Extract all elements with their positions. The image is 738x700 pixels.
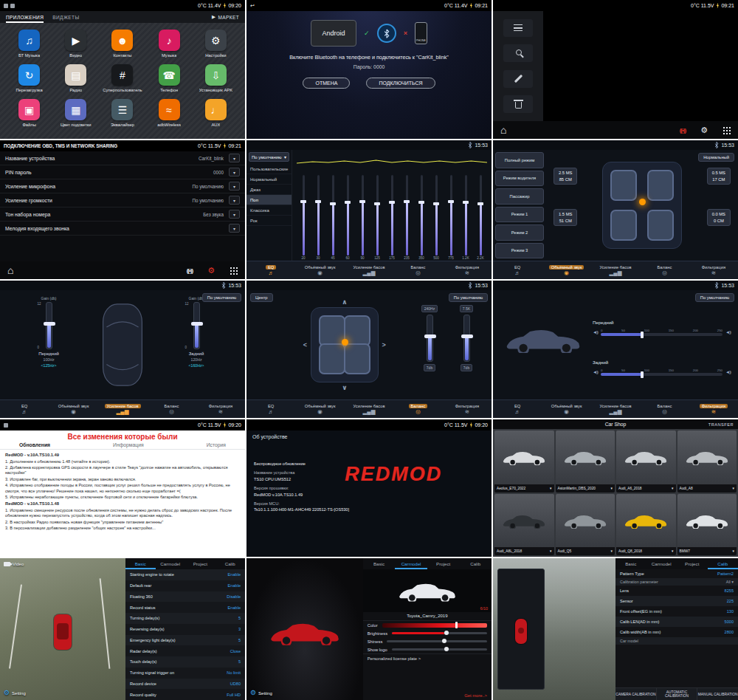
front-filter-slider[interactable] xyxy=(601,333,723,336)
tab-calib[interactable]: Calib xyxy=(708,558,738,569)
tab-bass[interactable]: Усиление басов▂▄▆ xyxy=(345,400,393,418)
center-button[interactable]: Центр xyxy=(250,293,273,302)
show-logo-toggle[interactable] xyxy=(392,648,487,651)
default-button[interactable]: По умолчанию xyxy=(202,293,241,302)
seat-front-right[interactable] xyxy=(647,170,674,201)
slider-knob[interactable] xyxy=(424,334,436,338)
setting-row[interactable]: Calib LEN(AD in mm)5000 xyxy=(615,617,738,627)
tab-filter[interactable]: Фильтрация≋ xyxy=(689,261,738,279)
seat-front-left[interactable] xyxy=(610,170,637,201)
setting-row-volume-gain[interactable]: Усиление громкостиПо умолчанию▾ xyxy=(0,193,245,207)
mode-1[interactable]: Режим 1 xyxy=(495,207,544,223)
cabin-diagram[interactable]: ∧ ∨ < > xyxy=(311,307,379,382)
home-button[interactable]: ⌂ xyxy=(500,125,506,135)
tab-project[interactable]: Project xyxy=(677,558,708,569)
tab-updates[interactable]: Обновления xyxy=(19,442,50,447)
dropdown-icon[interactable]: ▾ xyxy=(229,168,240,176)
eq-band-slider[interactable]: 500 xyxy=(430,175,443,260)
setting-row[interactable]: Radar delay(s)Close xyxy=(125,645,245,656)
tab-widgets[interactable]: ВИДЖЕТЫ xyxy=(52,11,79,23)
dropdown-icon[interactable]: ▾ xyxy=(229,154,240,162)
color-slider[interactable] xyxy=(382,623,487,628)
tab-filter[interactable]: Фильтрация≋ xyxy=(689,400,738,418)
preset-item[interactable]: Нормальный xyxy=(246,174,292,185)
eq-band-slider[interactable]: 30 xyxy=(311,175,325,260)
slider-knob[interactable] xyxy=(461,334,473,338)
setting-row[interactable]: Starting engine to rotateEnable xyxy=(125,569,245,580)
ota-label[interactable]: Беспроводное обновление xyxy=(254,461,349,467)
eq-band-slider[interactable]: 2.2K xyxy=(474,175,487,260)
preset-item[interactable]: Классика xyxy=(246,205,292,216)
slider-track[interactable] xyxy=(427,315,433,362)
app-radio[interactable]: ▤Радио xyxy=(52,64,99,92)
tab-filter[interactable]: Фильтрация≋ xyxy=(443,261,492,279)
tab-balance[interactable]: Баланс◎ xyxy=(640,261,689,279)
pattern-type-row[interactable]: Pattern TypePattern2 xyxy=(615,569,738,578)
eq-band-slider[interactable]: 175 xyxy=(385,175,399,260)
setting-row[interactable]: Record deviceUD80 xyxy=(125,679,245,690)
dropdown-icon[interactable]: ▾ xyxy=(229,210,240,219)
tab-project[interactable]: Project xyxy=(427,558,460,569)
front-freq-selected[interactable]: <125Hz> xyxy=(41,363,56,369)
seat-rear-right[interactable] xyxy=(647,210,674,241)
broadcast-icon[interactable]: ((•)) xyxy=(187,267,193,274)
tab-info[interactable]: Информация xyxy=(113,442,144,447)
preset-item-active[interactable]: Поп xyxy=(246,195,292,205)
home-button[interactable]: ⌂ xyxy=(7,265,13,275)
back-arrow-icon[interactable]: ↩ xyxy=(250,3,255,9)
tab-balance[interactable]: Баланс◎ xyxy=(640,400,689,418)
setting-button[interactable]: ⚙Setting xyxy=(4,690,26,696)
car-item[interactable]: Audi_Q8_2018▾ xyxy=(616,494,676,556)
setting-row[interactable]: Record statusEnable xyxy=(125,602,245,613)
color-row[interactable]: Color xyxy=(363,621,492,629)
license-plate-link[interactable]: Personalized license plate > xyxy=(363,653,492,663)
car-item[interactable]: Audi_Q5▾ xyxy=(556,494,615,556)
app-reboot[interactable]: ↻Перезагрузка xyxy=(6,64,52,92)
eq-band-slider[interactable]: 20 xyxy=(297,175,310,260)
tab-surround[interactable]: Объёмный звук◉ xyxy=(295,261,344,279)
market-button[interactable]: ▶МАРКЕТ xyxy=(212,14,239,20)
setting-row[interactable]: Lens8255 xyxy=(615,586,738,596)
manual-calibration-button[interactable]: MANUAL CALIBRATION xyxy=(697,688,738,700)
rear-filter-slider[interactable] xyxy=(601,373,723,376)
slider-knob[interactable] xyxy=(641,371,644,378)
brightness-row[interactable]: Brightness xyxy=(363,629,492,637)
seat-rear-left[interactable] xyxy=(319,343,345,374)
seat-rear-left[interactable] xyxy=(610,210,637,241)
setting-row[interactable]: Turning signal trigger onNo limit xyxy=(125,668,245,679)
setting-row[interactable]: Touch delay(s)5 xyxy=(125,656,245,668)
tab-surround[interactable]: Объёмный звук◉ xyxy=(49,400,97,418)
default-button[interactable]: По умолчанию xyxy=(449,293,488,302)
transfer-button[interactable]: TRANSFER xyxy=(708,422,734,427)
eq-band-slider[interactable]: 235 xyxy=(400,175,413,260)
tab-carmodel[interactable]: Carmodel xyxy=(395,558,427,569)
dropdown-icon[interactable]: ▾ xyxy=(229,224,240,233)
mode-full[interactable]: Полный режим xyxy=(495,152,544,168)
mode-passenger[interactable]: Пассажир xyxy=(495,188,544,205)
tab-bass[interactable]: Усиление басов▂▄▆ xyxy=(591,400,640,418)
tab-bass[interactable]: Усиление басов▂▄▆ xyxy=(345,261,393,279)
tab-eq[interactable]: EQ♬ xyxy=(0,400,49,418)
rear-freq[interactable]: 120Hz xyxy=(188,357,204,363)
tab-eq[interactable]: EQ♬ xyxy=(246,261,295,279)
slider-knob[interactable] xyxy=(641,332,644,338)
rear-gain-slider[interactable] xyxy=(193,302,200,349)
app-video[interactable]: ▶Видео xyxy=(52,30,99,58)
eq-band-slider[interactable]: 90 xyxy=(356,175,369,260)
tab-project[interactable]: Project xyxy=(185,558,215,569)
slider-knob[interactable] xyxy=(44,322,55,326)
brightness-slider[interactable] xyxy=(392,632,487,634)
app-backlight-color[interactable]: ▦Цвет подсветки xyxy=(52,99,99,127)
tab-surround[interactable]: Объёмный звук◉ xyxy=(542,261,590,279)
delete-button[interactable] xyxy=(503,95,533,113)
app-aux[interactable]: ♩AUX xyxy=(193,99,239,127)
car-item[interactable]: Aeolus_E70_2022▾ xyxy=(494,430,554,493)
setting-row-device-name[interactable]: Название устройстваCarKit_blink▾ xyxy=(0,151,245,165)
preset-item[interactable]: Джаз xyxy=(246,185,292,195)
setting-row[interactable]: Floating 360Disable xyxy=(125,591,245,603)
app-phone[interactable]: ☎Телефон xyxy=(146,64,193,92)
profile-button[interactable]: Нормальный xyxy=(698,153,734,162)
tab-eq[interactable]: EQ♬ xyxy=(493,261,542,279)
app-adb-wireless[interactable]: ≈adbWireless xyxy=(146,99,193,127)
preset-dropdown[interactable]: По умолчанию▾ xyxy=(249,152,289,162)
